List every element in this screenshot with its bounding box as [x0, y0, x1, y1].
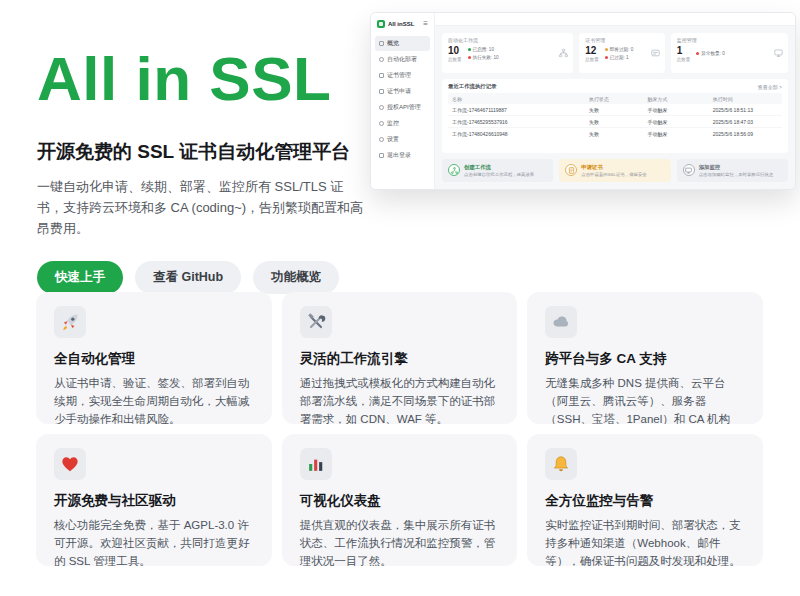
api-auth-icon — [379, 105, 384, 110]
sidebar-item-settings[interactable]: 设置 — [375, 132, 430, 147]
bell-icon — [545, 448, 577, 480]
feature-description: 提供直观的仪表盘，集中展示所有证书状态、工作流执行情况和监控预警，管理状况一目了… — [300, 517, 500, 566]
table-row[interactable]: 工作流-17480426610948 失败 手动触发 2025/5/6 18:5… — [448, 128, 782, 139]
feature-description: 通过拖拽式或模板化的方式构建自动化部署流水线，满足不同场景下的证书部署需求，如 … — [300, 375, 500, 424]
feature-title: 全方位监控与告警 — [545, 492, 745, 510]
workflow-add-icon — [448, 164, 460, 176]
sidebar-item-api-auth[interactable]: 授权API管理 — [375, 100, 430, 115]
monitor-menu-icon — [379, 121, 384, 126]
hamburger-icon[interactable]: ≡ — [423, 20, 428, 28]
logo-text: All inSSL — [388, 21, 420, 27]
stat-card-monitors[interactable]: 监控管理 1 总数量 异常数量: 0 — [671, 33, 788, 73]
get-started-button[interactable]: 快速上手 — [37, 261, 123, 294]
workflow-count: 10 — [448, 45, 462, 56]
feature-card-multi-ca: 跨平台与多 CA 支持 无缝集成多种 DNS 提供商、云平台（阿里云、腾讯云等）… — [527, 292, 763, 424]
github-button[interactable]: 查看 GitHub — [135, 261, 241, 294]
sidebar-item-cert-apply[interactable]: 证书申请 — [375, 84, 430, 99]
feature-title: 灵活的工作流引擎 — [300, 350, 500, 368]
feature-card-open-source: 开源免费与社区驱动 核心功能完全免费，基于 AGPL-3.0 许可开源。欢迎社区… — [36, 434, 272, 566]
dashboard-content: 自动化工作流 10 总数量 已启用: 10 执行失败: 10 — [435, 26, 795, 189]
feature-description: 实时监控证书到期时间、部署状态，支持多种通知渠道（Webhook、邮件等），确保… — [545, 517, 745, 566]
logo-icon — [377, 20, 385, 28]
feature-grid: 全自动化管理 从证书申请、验证、签发、部署到自动续期，实现全生命周期自动化，大幅… — [36, 292, 763, 566]
create-workflow-card[interactable]: 创建工作流 点击创建自动化工作流程，提高效率 — [442, 159, 553, 183]
feature-description: 从证书申请、验证、签发、部署到自动续期，实现全生命周期自动化，大幅减少手动操作和… — [54, 375, 254, 424]
sidebar-item-overview[interactable]: 概览 — [375, 36, 430, 51]
legend-enabled: 已启用: 10 — [468, 47, 499, 52]
certificate-count: 12 — [585, 45, 599, 56]
stat-card-workflows[interactable]: 自动化工作流 10 总数量 已启用: 10 执行失败: 10 — [442, 33, 573, 73]
stat-card-certificates[interactable]: 证书管理 12 总数量 即将过期: 0 已过期: 1 — [579, 33, 665, 73]
gear-icon — [379, 137, 384, 142]
certificate-icon — [651, 49, 660, 58]
add-monitor-card[interactable]: 添加监控 点击添加网站监控，及时掌握运行状态 — [677, 159, 788, 183]
table-row[interactable]: 工作流-17465295537916 失败 手动触发 2025/5/6 18:4… — [448, 116, 782, 128]
table-row[interactable]: 工作流-17464671119887 失败 手动触发 2025/5/6 18:5… — [448, 104, 782, 116]
dashboard-sidebar: All inSSL ≡ 概览 自动化部署 证书管理 证书申请 授权API管理 监 — [371, 13, 435, 189]
legend-expired: 已过期: 1 — [605, 55, 633, 60]
dashboard-logo: All inSSL ≡ — [375, 18, 430, 32]
certificate-manage-icon — [379, 73, 384, 78]
feature-card-monitoring: 全方位监控与告警 实时监控证书到期时间、部署状态，支持多种通知渠道（Webhoo… — [527, 434, 763, 566]
logout-icon — [379, 153, 384, 158]
cloud-icon — [545, 306, 577, 338]
hero-buttons: 快速上手 查看 GitHub 功能概览 — [37, 261, 369, 294]
sidebar-item-cert-manage[interactable]: 证书管理 — [375, 68, 430, 83]
table-title: 最近工作流执行记录 — [448, 83, 497, 90]
tools-icon — [300, 306, 332, 338]
feature-card-workflow-engine: 灵活的工作流引擎 通过拖拽式或模板化的方式构建自动化部署流水线，满足不同场景下的… — [282, 292, 518, 424]
feature-title: 开源免费与社区驱动 — [54, 492, 254, 510]
feature-card-automation: 全自动化管理 从证书申请、验证、签发、部署到自动续期，实现全生命周期自动化，大幅… — [36, 292, 272, 424]
quick-actions: 创建工作流 点击创建自动化工作流程，提高效率 申请证书 点击申请新的SSL证书，… — [442, 159, 788, 183]
dashboard-main: 自动化工作流 10 总数量 已启用: 10 执行失败: 10 — [435, 13, 795, 189]
sidebar-item-logout[interactable]: 退出登录 — [375, 148, 430, 163]
hero-subtitle: 开源免费的 SSL 证书自动化管理平台 — [37, 139, 369, 165]
stat-cards: 自动化工作流 10 总数量 已启用: 10 执行失败: 10 — [442, 33, 788, 73]
dashboard-topbar — [435, 13, 795, 26]
features-overview-button[interactable]: 功能概览 — [253, 261, 339, 294]
monitor-icon — [774, 49, 783, 58]
monitor-add-icon — [683, 164, 695, 176]
legend-expiring: 即将过期: 0 — [605, 47, 633, 52]
feature-title: 跨平台与多 CA 支持 — [545, 350, 745, 368]
certificate-apply-menu-icon — [379, 89, 384, 94]
apply-certificate-card[interactable]: 申请证书 点击申请新的SSL证书，保障安全 — [559, 159, 670, 183]
sidebar-item-monitor[interactable]: 监控 — [375, 116, 430, 131]
feature-description: 核心功能完全免费，基于 AGPL-3.0 许可开源。欢迎社区贡献，共同打造更好的… — [54, 517, 254, 566]
feature-description: 无缝集成多种 DNS 提供商、云平台（阿里云、腾讯云等）、服务器（SSH、宝塔、… — [545, 375, 745, 424]
feature-title: 全自动化管理 — [54, 350, 254, 368]
rocket-icon — [54, 306, 86, 338]
bar-chart-icon — [300, 448, 332, 480]
page-title: All in SSL — [37, 46, 369, 111]
sidebar-item-deploy[interactable]: 自动化部署 — [375, 52, 430, 67]
table-header-row: 名称 执行状态 触发方式 执行时间 — [448, 93, 782, 104]
feature-card-dashboard: 可视化仪表盘 提供直观的仪表盘，集中展示所有证书状态、工作流执行情况和监控预警，… — [282, 434, 518, 566]
overview-icon — [379, 41, 384, 46]
feature-title: 可视化仪表盘 — [300, 492, 500, 510]
monitor-count: 1 — [677, 45, 691, 56]
hero-section: All in SSL 开源免费的 SSL 证书自动化管理平台 一键自动化申请、续… — [37, 46, 369, 294]
dashboard-menu: 概览 自动化部署 证书管理 证书申请 授权API管理 监控 设置 — [375, 36, 430, 163]
dashboard-screenshot: All inSSL ≡ 概览 自动化部署 证书管理 证书申请 授权API管理 监 — [370, 12, 796, 190]
deploy-icon — [379, 57, 384, 62]
heart-icon — [54, 448, 86, 480]
recent-workflows-card: 最近工作流执行记录 查看全部 > 名称 执行状态 触发方式 执行时间 工作流-1… — [442, 79, 788, 153]
legend-failed: 执行失败: 10 — [468, 55, 499, 60]
workflow-icon — [559, 49, 568, 58]
certificate-apply-icon — [565, 164, 577, 176]
hero-description: 一键自动化申请、续期、部署、监控所有 SSL/TLS 证书，支持跨云环境和多 C… — [37, 177, 369, 239]
view-all-link[interactable]: 查看全部 > — [758, 84, 782, 90]
legend-abnormal: 异常数量: 0 — [696, 51, 724, 56]
